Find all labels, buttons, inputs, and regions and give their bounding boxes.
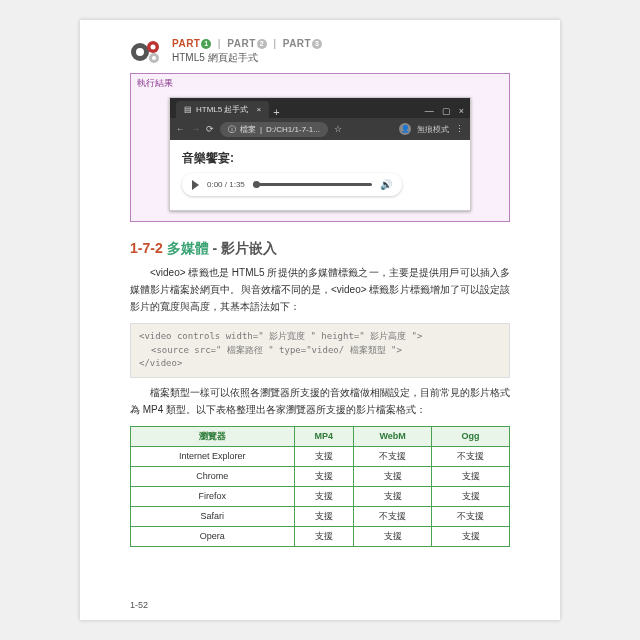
page-header: PART1 | PART2 | PART3 HTML5 網頁起手式 xyxy=(130,38,510,65)
table-cell: 支援 xyxy=(294,486,354,506)
section-title: 1-7-2 多媒體 - 影片嵌入 xyxy=(130,240,510,258)
svg-point-3 xyxy=(151,44,156,49)
paragraph-2: 檔案類型一樣可以依照各瀏覽器所支援的音效檔做相關設定，目前常見的影片格式為 MP… xyxy=(130,384,510,418)
table-row: Internet Explorer支援不支援不支援 xyxy=(131,446,510,466)
th-webm: WebM xyxy=(354,426,432,446)
page-number: 1-52 xyxy=(130,600,148,610)
result-title: 執行結果 xyxy=(131,74,509,93)
table-row: Firefox支援支援支援 xyxy=(131,486,510,506)
browser-window: ▤ HTML5 起手式 × + — ▢ × ← → ⟳ ⓘ 檔案 xyxy=(169,97,471,211)
audio-player[interactable]: 0:00 / 1:35 🔊 xyxy=(182,173,402,196)
table-cell: 不支援 xyxy=(432,446,510,466)
gears-icon xyxy=(130,39,164,65)
file-icon: ▤ xyxy=(184,105,192,114)
table-cell: 支援 xyxy=(294,466,354,486)
table-row: Chrome支援支援支援 xyxy=(131,466,510,486)
table-cell: 支援 xyxy=(432,526,510,546)
forward-icon[interactable]: → xyxy=(191,124,200,134)
table-cell: 支援 xyxy=(294,446,354,466)
section-number: 1-7-2 xyxy=(130,240,163,256)
audio-progress[interactable] xyxy=(253,183,372,186)
section-main: 多媒體 xyxy=(167,240,209,256)
table-cell: Chrome xyxy=(131,466,295,486)
browser-addressbar: ← → ⟳ ⓘ 檔案 | D:/CH1/1-7-1... ☆ 👤 無痕模式 ⋮ xyxy=(170,118,470,140)
browser-tabbar: ▤ HTML5 起手式 × + — ▢ × xyxy=(170,98,470,118)
info-icon: ⓘ xyxy=(228,124,236,135)
table-cell: 支援 xyxy=(294,526,354,546)
table-cell: 不支援 xyxy=(354,446,432,466)
content-heading: 音樂饗宴: xyxy=(182,150,458,167)
code-line-1: <video controls width=" 影片寬度 " height=" … xyxy=(139,331,422,341)
menu-icon[interactable]: ⋮ xyxy=(455,124,464,134)
table-cell: 支援 xyxy=(354,526,432,546)
audio-time: 0:00 / 1:35 xyxy=(207,180,245,189)
table-header-row: 瀏覽器 MP4 WebM Ogg xyxy=(131,426,510,446)
code-block: <video controls width=" 影片寬度 " height=" … xyxy=(130,323,510,378)
table-cell: 支援 xyxy=(432,466,510,486)
play-icon[interactable] xyxy=(192,180,199,190)
back-icon[interactable]: ← xyxy=(176,124,185,134)
th-browser: 瀏覽器 xyxy=(131,426,295,446)
table-cell: 支援 xyxy=(294,506,354,526)
table-cell: 支援 xyxy=(354,466,432,486)
table-cell: 不支援 xyxy=(354,506,432,526)
close-icon[interactable]: × xyxy=(256,105,261,114)
star-icon[interactable]: ☆ xyxy=(334,124,342,134)
incognito-icon: 👤 xyxy=(399,123,411,135)
url-text: D:/CH1/1-7-1... xyxy=(266,125,320,134)
support-table: 瀏覽器 MP4 WebM Ogg Internet Explorer支援不支援不… xyxy=(130,426,510,547)
section-sub: - 影片嵌入 xyxy=(209,240,277,256)
minimize-icon[interactable]: — xyxy=(425,106,434,116)
new-tab-icon[interactable]: + xyxy=(273,106,279,118)
th-mp4: MP4 xyxy=(294,426,354,446)
paragraph-1: <video> 標籤也是 HTML5 所提供的多媒體標籤之一，主要是提供用戶可以… xyxy=(130,264,510,315)
code-line-2: <source src=" 檔案路徑 " type="video/ 檔案類型 "… xyxy=(139,344,501,358)
breadcrumb: PART1 | PART2 | PART3 xyxy=(172,38,322,49)
url-prefix: 檔案 xyxy=(240,124,256,135)
table-row: Safari支援不支援不支援 xyxy=(131,506,510,526)
maximize-icon[interactable]: ▢ xyxy=(442,106,451,116)
table-cell: Safari xyxy=(131,506,295,526)
svg-point-5 xyxy=(152,56,156,60)
table-cell: Internet Explorer xyxy=(131,446,295,466)
table-cell: Opera xyxy=(131,526,295,546)
mode-label: 無痕模式 xyxy=(417,124,449,135)
table-cell: 不支援 xyxy=(432,506,510,526)
browser-content: 音樂饗宴: 0:00 / 1:35 🔊 xyxy=(170,140,470,210)
table-cell: 支援 xyxy=(432,486,510,506)
page: PART1 | PART2 | PART3 HTML5 網頁起手式 執行結果 ▤… xyxy=(80,20,560,620)
header-text: PART1 | PART2 | PART3 HTML5 網頁起手式 xyxy=(172,38,322,65)
table-cell: 支援 xyxy=(354,486,432,506)
tab-label: HTML5 起手式 xyxy=(196,104,248,115)
table-cell: Firefox xyxy=(131,486,295,506)
volume-icon[interactable]: 🔊 xyxy=(380,179,392,190)
window-controls: — ▢ × xyxy=(419,104,470,118)
table-row: Opera支援支援支援 xyxy=(131,526,510,546)
reload-icon[interactable]: ⟳ xyxy=(206,124,214,134)
result-box: 執行結果 ▤ HTML5 起手式 × + — ▢ × ← → ⟳ xyxy=(130,73,510,222)
page-subtitle: HTML5 網頁起手式 xyxy=(172,51,322,65)
th-ogg: Ogg xyxy=(432,426,510,446)
close-window-icon[interactable]: × xyxy=(459,106,464,116)
browser-tab[interactable]: ▤ HTML5 起手式 × xyxy=(176,101,269,118)
code-line-3: </video> xyxy=(139,358,182,368)
url-box[interactable]: ⓘ 檔案 | D:/CH1/1-7-1... xyxy=(220,122,328,137)
svg-point-1 xyxy=(136,48,144,56)
